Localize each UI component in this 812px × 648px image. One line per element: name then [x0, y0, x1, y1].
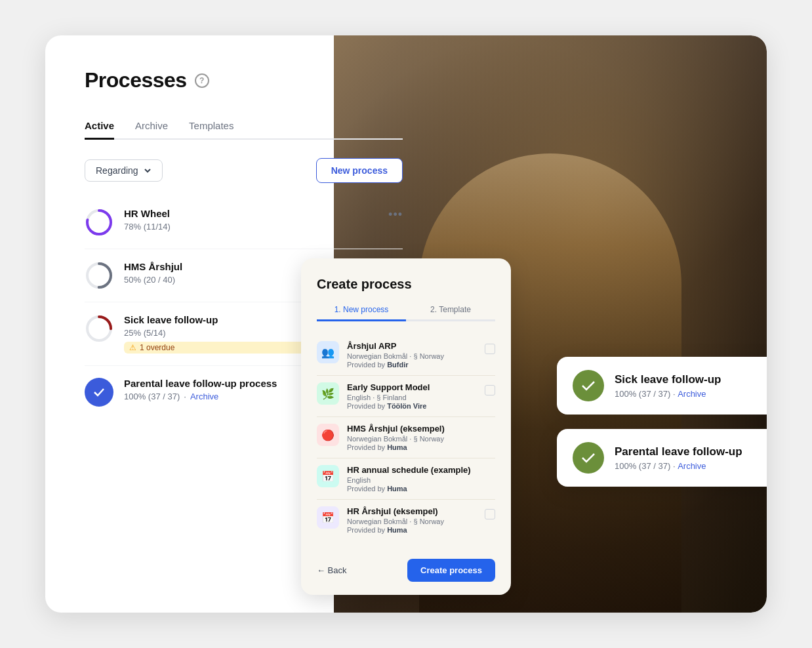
more-options-icon[interactable]: •••	[388, 208, 403, 222]
back-button[interactable]: ← Back	[317, 565, 347, 575]
tab-active[interactable]: Active	[85, 113, 114, 140]
card-title: Parental leave follow-up	[615, 445, 742, 458]
item-info: Early Support Model English · § Finland …	[347, 382, 477, 410]
tab-archive[interactable]: Archive	[135, 113, 168, 140]
filter-label: Regarding	[96, 165, 138, 176]
item-icon: 📅	[317, 506, 339, 529]
floating-card-sick-leave: Sick leave follow-up 100% (37 / 37) · Ar…	[557, 357, 767, 415]
item-sub: Norwegian Bokmål · § Norway	[347, 517, 477, 525]
card-meta: 100% (37 / 37) · Archive	[615, 461, 742, 471]
item-info: HR Årshjul (eksempel) Norwegian Bokmål ·…	[347, 506, 477, 534]
item-info: Årshjul ARP Norwegian Bokmål · § Norway …	[347, 341, 477, 369]
item-sub: English	[347, 476, 495, 484]
modal-title: Create process	[317, 277, 495, 292]
card-meta: 100% (37 / 37) · Archive	[615, 389, 721, 399]
item-sub: English · § Finland	[347, 394, 477, 401]
process-item: HR Wheel 78% (11/14) •••	[85, 196, 403, 249]
list-item: 📅 HR Årshjul (eksempel) Norwegian Bokmål…	[317, 500, 495, 540]
page-title-row: Processes ?	[85, 68, 403, 92]
process-info: HR Wheel 78% (11/14)	[124, 208, 403, 232]
item-provider: Provided by Bufdir	[347, 361, 477, 369]
list-item: 👥 Årshjul ARP Norwegian Bokmål · § Norwa…	[317, 334, 495, 376]
step-2-tab[interactable]: 2. Template	[406, 305, 495, 321]
filter-row: Regarding New process	[85, 158, 403, 183]
card-check-icon	[573, 370, 604, 401]
create-process-modal: Create process 1. New process 2. Templat…	[301, 258, 511, 595]
item-icon: 👥	[317, 341, 339, 363]
item-name: Årshjul ARP	[347, 341, 477, 351]
item-checkbox[interactable]	[485, 385, 495, 395]
modal-steps: 1. New process 2. Template	[317, 305, 495, 321]
progress-circle	[85, 208, 113, 237]
main-container: Processes ? Active Archive Templates Reg…	[45, 35, 767, 613]
item-icon: 🌿	[317, 382, 339, 405]
help-icon[interactable]: ?	[195, 73, 209, 88]
progress-circle	[85, 261, 113, 290]
new-process-button[interactable]: New process	[316, 158, 403, 183]
item-name: Early Support Model	[347, 382, 477, 392]
overdue-text: 1 overdue	[140, 343, 174, 352]
card-text: Sick leave follow-up 100% (37 / 37) · Ar…	[615, 373, 721, 399]
tabs-row: Active Archive Templates	[85, 113, 403, 140]
item-checkbox[interactable]	[485, 509, 495, 519]
list-item: 📅 HR annual schedule (example) English P…	[317, 458, 495, 500]
progress-circle	[85, 314, 113, 343]
item-name: HR Årshjul (eksempel)	[347, 506, 477, 516]
card-archive-link[interactable]: Archive	[678, 389, 706, 399]
completed-icon	[85, 378, 113, 407]
item-icon: 📅	[317, 465, 339, 487]
floating-card-parental-leave: Parental leave follow-up 100% (37 / 37) …	[557, 429, 767, 487]
modal-footer: ← Back Create process	[317, 551, 495, 582]
archive-link[interactable]: Archive	[190, 392, 218, 401]
process-meta: 78% (11/14)	[124, 222, 403, 232]
page-title: Processes	[85, 68, 187, 92]
item-provider: Provided by Huma	[347, 485, 495, 493]
item-info: HR annual schedule (example) English Pro…	[347, 465, 495, 493]
process-name: HR Wheel	[124, 208, 403, 219]
regarding-filter-button[interactable]: Regarding	[85, 159, 163, 182]
checkmark-icon	[92, 385, 106, 399]
item-checkbox[interactable]	[485, 344, 495, 354]
list-item: 🌿 Early Support Model English · § Finlan…	[317, 376, 495, 417]
chevron-down-icon	[144, 167, 152, 174]
item-icon: 🔴	[317, 424, 339, 446]
create-process-button[interactable]: Create process	[407, 559, 495, 582]
item-provider: Provided by Huma	[347, 526, 477, 534]
card-text: Parental leave follow-up 100% (37 / 37) …	[615, 445, 742, 471]
item-sub: Norwegian Bokmål · § Norway	[347, 352, 477, 360]
item-info: HMS Årshjul (eksempel) Norwegian Bokmål …	[347, 424, 495, 451]
card-title: Sick leave follow-up	[615, 373, 721, 386]
item-sub: Norwegian Bokmål · § Norway	[347, 435, 495, 443]
item-provider: Provided by Töölön Vire	[347, 402, 477, 410]
card-check-icon	[573, 442, 604, 474]
item-provider: Provided by Huma	[347, 443, 495, 451]
step-1-tab[interactable]: 1. New process	[317, 305, 406, 321]
item-name: HR annual schedule (example)	[347, 465, 495, 475]
warning-icon: ⚠	[129, 343, 136, 352]
modal-template-list: 👥 Årshjul ARP Norwegian Bokmål · § Norwa…	[317, 334, 495, 540]
card-archive-link[interactable]: Archive	[678, 461, 706, 471]
item-name: HMS Årshjul (eksempel)	[347, 424, 495, 434]
tab-templates[interactable]: Templates	[189, 113, 233, 140]
list-item: 🔴 HMS Årshjul (eksempel) Norwegian Bokmå…	[317, 417, 495, 458]
